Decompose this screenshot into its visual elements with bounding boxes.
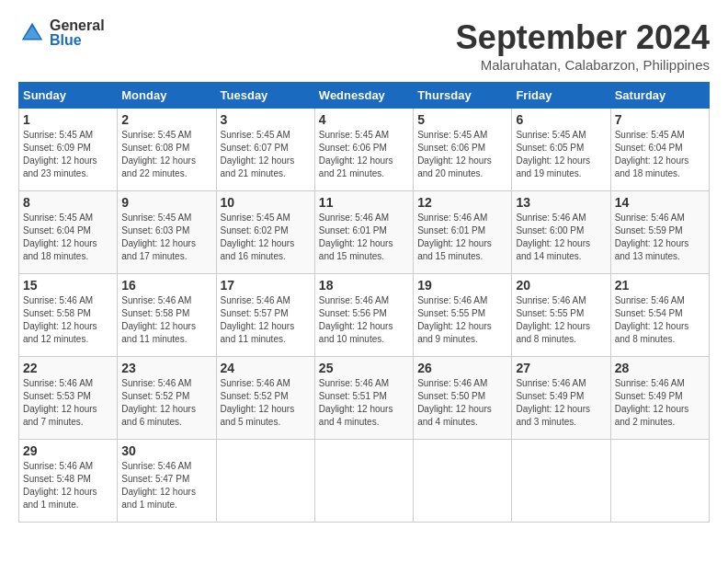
- day-info: Sunrise: 5:45 AM Sunset: 6:02 PM Dayligh…: [221, 212, 311, 263]
- day-number: 16: [121, 278, 211, 293]
- day-number: 6: [516, 112, 606, 127]
- day-number: 25: [319, 361, 409, 375]
- day-info: Sunrise: 5:45 AM Sunset: 6:07 PM Dayligh…: [221, 129, 311, 180]
- calendar-cell: 25 Sunrise: 5:46 AM Sunset: 5:51 PM Dayl…: [314, 357, 413, 440]
- day-number: 4: [319, 112, 409, 127]
- day-number: 21: [615, 278, 705, 293]
- day-number: 3: [221, 112, 311, 127]
- day-number: 11: [319, 195, 409, 210]
- calendar-cell: 22 Sunrise: 5:46 AM Sunset: 5:53 PM Dayl…: [19, 357, 118, 440]
- day-number: 1: [23, 112, 113, 127]
- week-row-2: 8 Sunrise: 5:45 AM Sunset: 6:04 PM Dayli…: [19, 191, 710, 274]
- day-info: Sunrise: 5:46 AM Sunset: 6:01 PM Dayligh…: [319, 212, 409, 263]
- day-info: Sunrise: 5:46 AM Sunset: 5:53 PM Dayligh…: [23, 377, 113, 429]
- day-number: 22: [23, 361, 113, 375]
- day-number: 13: [516, 195, 606, 210]
- day-info: Sunrise: 5:46 AM Sunset: 5:48 PM Dayligh…: [23, 460, 113, 511]
- column-header-monday: Monday: [118, 83, 216, 109]
- calendar-cell: 28 Sunrise: 5:46 AM Sunset: 5:49 PM Dayl…: [610, 357, 709, 440]
- day-number: 24: [221, 361, 311, 375]
- calendar-cell: 23 Sunrise: 5:46 AM Sunset: 5:52 PM Dayl…: [118, 357, 216, 440]
- calendar-cell: 24 Sunrise: 5:46 AM Sunset: 5:52 PM Dayl…: [216, 357, 314, 440]
- calendar-cell: 1 Sunrise: 5:45 AM Sunset: 6:09 PM Dayli…: [19, 109, 118, 191]
- day-info: Sunrise: 5:45 AM Sunset: 6:08 PM Dayligh…: [121, 129, 211, 180]
- day-info: Sunrise: 5:46 AM Sunset: 5:49 PM Dayligh…: [615, 377, 705, 429]
- day-info: Sunrise: 5:45 AM Sunset: 6:09 PM Dayligh…: [23, 129, 113, 180]
- day-info: Sunrise: 5:46 AM Sunset: 5:55 PM Dayligh…: [516, 294, 606, 346]
- calendar-cell: 10 Sunrise: 5:45 AM Sunset: 6:02 PM Dayl…: [216, 191, 314, 274]
- calendar-cell: 29 Sunrise: 5:46 AM Sunset: 5:48 PM Dayl…: [19, 440, 118, 523]
- calendar-cell: 18 Sunrise: 5:46 AM Sunset: 5:56 PM Dayl…: [314, 274, 413, 357]
- day-info: Sunrise: 5:46 AM Sunset: 5:55 PM Dayligh…: [417, 294, 507, 346]
- logo-icon: [18, 19, 46, 47]
- day-number: 5: [417, 112, 507, 127]
- calendar-cell: 2 Sunrise: 5:45 AM Sunset: 6:08 PM Dayli…: [118, 109, 216, 191]
- column-header-tuesday: Tuesday: [216, 83, 314, 109]
- location: Malaruhatan, Calabarzon, Philippines: [456, 57, 710, 73]
- day-info: Sunrise: 5:46 AM Sunset: 5:52 PM Dayligh…: [221, 377, 311, 429]
- calendar-cell: 7 Sunrise: 5:45 AM Sunset: 6:04 PM Dayli…: [610, 109, 709, 191]
- logo: General Blue: [18, 18, 105, 48]
- day-number: 20: [516, 278, 606, 293]
- title-block: September 2024 Malaruhatan, Calabarzon, …: [456, 18, 710, 73]
- column-header-thursday: Thursday: [414, 83, 512, 109]
- column-header-wednesday: Wednesday: [314, 83, 413, 109]
- page-header: General Blue September 2024 Malaruhatan,…: [18, 18, 710, 73]
- day-info: Sunrise: 5:46 AM Sunset: 5:51 PM Dayligh…: [319, 377, 409, 429]
- column-header-sunday: Sunday: [19, 83, 118, 109]
- calendar-cell: 11 Sunrise: 5:46 AM Sunset: 6:01 PM Dayl…: [314, 191, 413, 274]
- day-info: Sunrise: 5:46 AM Sunset: 5:49 PM Dayligh…: [516, 377, 606, 429]
- calendar-cell: 20 Sunrise: 5:46 AM Sunset: 5:55 PM Dayl…: [512, 274, 610, 357]
- day-info: Sunrise: 5:45 AM Sunset: 6:04 PM Dayligh…: [615, 129, 705, 180]
- day-number: 26: [417, 361, 507, 375]
- calendar-table: SundayMondayTuesdayWednesdayThursdayFrid…: [18, 82, 710, 523]
- calendar-cell: 6 Sunrise: 5:45 AM Sunset: 6:05 PM Dayli…: [512, 109, 610, 191]
- column-header-friday: Friday: [512, 83, 610, 109]
- calendar-cell: 16 Sunrise: 5:46 AM Sunset: 5:58 PM Dayl…: [118, 274, 216, 357]
- day-number: 10: [221, 195, 311, 210]
- day-number: 18: [319, 278, 409, 293]
- day-info: Sunrise: 5:46 AM Sunset: 6:01 PM Dayligh…: [417, 212, 507, 263]
- day-info: Sunrise: 5:45 AM Sunset: 6:03 PM Dayligh…: [121, 212, 211, 263]
- day-info: Sunrise: 5:46 AM Sunset: 5:50 PM Dayligh…: [417, 377, 507, 429]
- day-number: 2: [121, 112, 211, 127]
- day-info: Sunrise: 5:46 AM Sunset: 6:00 PM Dayligh…: [516, 212, 606, 263]
- logo-text: General Blue: [50, 18, 105, 48]
- day-number: 29: [23, 443, 113, 458]
- month-title: September 2024: [456, 18, 710, 57]
- day-number: 28: [615, 361, 705, 375]
- day-info: Sunrise: 5:45 AM Sunset: 6:06 PM Dayligh…: [417, 129, 507, 180]
- day-number: 14: [615, 195, 705, 210]
- day-info: Sunrise: 5:46 AM Sunset: 5:47 PM Dayligh…: [121, 460, 211, 511]
- calendar-cell: 3 Sunrise: 5:45 AM Sunset: 6:07 PM Dayli…: [216, 109, 314, 191]
- day-info: Sunrise: 5:46 AM Sunset: 5:52 PM Dayligh…: [121, 377, 211, 429]
- day-number: 8: [23, 195, 113, 210]
- calendar-cell: [414, 440, 512, 523]
- calendar-cell: 13 Sunrise: 5:46 AM Sunset: 6:00 PM Dayl…: [512, 191, 610, 274]
- week-row-5: 29 Sunrise: 5:46 AM Sunset: 5:48 PM Dayl…: [19, 440, 710, 523]
- calendar-cell: 19 Sunrise: 5:46 AM Sunset: 5:55 PM Dayl…: [414, 274, 512, 357]
- day-number: 17: [221, 278, 311, 293]
- calendar-cell: 4 Sunrise: 5:45 AM Sunset: 6:06 PM Dayli…: [314, 109, 413, 191]
- day-number: 19: [417, 278, 507, 293]
- calendar-cell: 12 Sunrise: 5:46 AM Sunset: 6:01 PM Dayl…: [414, 191, 512, 274]
- day-number: 9: [121, 195, 211, 210]
- calendar-cell: 9 Sunrise: 5:45 AM Sunset: 6:03 PM Dayli…: [118, 191, 216, 274]
- calendar-cell: 30 Sunrise: 5:46 AM Sunset: 5:47 PM Dayl…: [118, 440, 216, 523]
- calendar-cell: [610, 440, 709, 523]
- day-number: 27: [516, 361, 606, 375]
- logo-general: General: [50, 18, 105, 33]
- day-info: Sunrise: 5:46 AM Sunset: 5:56 PM Dayligh…: [319, 294, 409, 346]
- calendar-cell: [512, 440, 610, 523]
- calendar-cell: [216, 440, 314, 523]
- calendar-cell: 5 Sunrise: 5:45 AM Sunset: 6:06 PM Dayli…: [414, 109, 512, 191]
- week-row-3: 15 Sunrise: 5:46 AM Sunset: 5:58 PM Dayl…: [19, 274, 710, 357]
- week-row-1: 1 Sunrise: 5:45 AM Sunset: 6:09 PM Dayli…: [19, 109, 710, 191]
- column-header-saturday: Saturday: [610, 83, 709, 109]
- day-info: Sunrise: 5:46 AM Sunset: 5:58 PM Dayligh…: [23, 294, 113, 346]
- calendar-cell: 27 Sunrise: 5:46 AM Sunset: 5:49 PM Dayl…: [512, 357, 610, 440]
- day-number: 7: [615, 112, 705, 127]
- calendar-cell: [314, 440, 413, 523]
- day-info: Sunrise: 5:46 AM Sunset: 5:59 PM Dayligh…: [615, 212, 705, 263]
- calendar-cell: 21 Sunrise: 5:46 AM Sunset: 5:54 PM Dayl…: [610, 274, 709, 357]
